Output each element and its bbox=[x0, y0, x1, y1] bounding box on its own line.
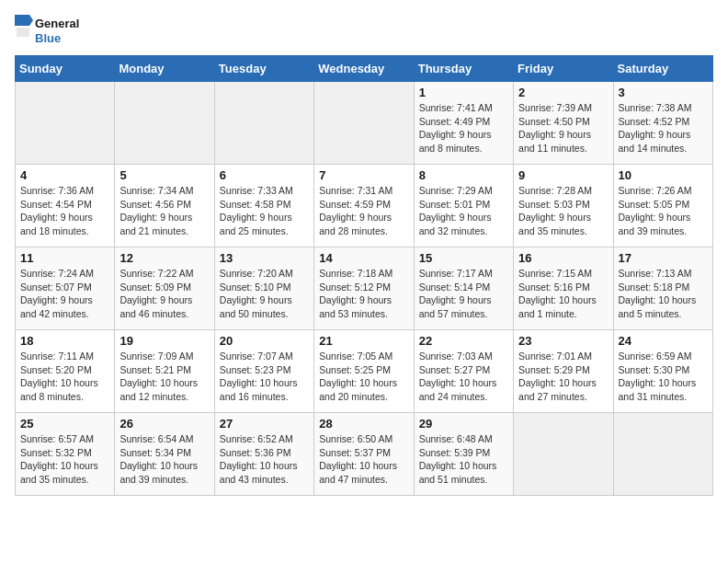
calendar-cell: 3Sunrise: 7:38 AM Sunset: 4:52 PM Daylig… bbox=[613, 82, 712, 165]
day-number: 2 bbox=[518, 86, 608, 99]
weekday-header-sunday: Sunday bbox=[16, 56, 115, 82]
calendar-cell bbox=[314, 82, 414, 165]
day-info: Sunrise: 6:59 AM Sunset: 5:30 PM Dayligh… bbox=[619, 350, 708, 404]
calendar-body: 1Sunrise: 7:41 AM Sunset: 4:49 PM Daylig… bbox=[16, 82, 713, 496]
day-number: 27 bbox=[220, 417, 309, 431]
day-number: 20 bbox=[220, 334, 309, 348]
day-info: Sunrise: 7:13 AM Sunset: 5:18 PM Dayligh… bbox=[619, 267, 708, 321]
calendar-cell: 12Sunrise: 7:22 AM Sunset: 5:09 PM Dayli… bbox=[115, 247, 214, 330]
day-info: Sunrise: 6:48 AM Sunset: 5:39 PM Dayligh… bbox=[419, 432, 508, 487]
weekday-header-monday: Monday bbox=[115, 56, 214, 82]
header: General Blue bbox=[15, 15, 713, 48]
calendar-week-1: 1Sunrise: 7:41 AM Sunset: 4:49 PM Daylig… bbox=[16, 82, 713, 165]
calendar-cell: 8Sunrise: 7:29 AM Sunset: 5:01 PM Daylig… bbox=[414, 165, 513, 247]
calendar-cell bbox=[613, 413, 712, 496]
day-number: 7 bbox=[319, 168, 408, 182]
day-info: Sunrise: 6:54 AM Sunset: 5:34 PM Dayligh… bbox=[119, 432, 209, 487]
logo-blue: Blue bbox=[35, 31, 79, 46]
day-info: Sunrise: 7:15 AM Sunset: 5:16 PM Dayligh… bbox=[518, 267, 608, 321]
day-number: 15 bbox=[419, 251, 508, 265]
day-info: Sunrise: 7:29 AM Sunset: 5:01 PM Dayligh… bbox=[419, 184, 508, 238]
logo-text: General Blue bbox=[35, 17, 79, 45]
calendar-cell: 29Sunrise: 6:48 AM Sunset: 5:39 PM Dayli… bbox=[414, 413, 513, 496]
calendar-cell: 14Sunrise: 7:18 AM Sunset: 5:12 PM Dayli… bbox=[314, 247, 414, 330]
calendar-cell: 10Sunrise: 7:26 AM Sunset: 5:05 PM Dayli… bbox=[613, 165, 712, 247]
calendar-week-5: 25Sunrise: 6:57 AM Sunset: 5:32 PM Dayli… bbox=[16, 413, 713, 496]
day-number: 16 bbox=[518, 251, 608, 265]
calendar-cell: 23Sunrise: 7:01 AM Sunset: 5:29 PM Dayli… bbox=[514, 330, 613, 413]
day-info: Sunrise: 7:22 AM Sunset: 5:09 PM Dayligh… bbox=[119, 267, 209, 321]
logo: General Blue bbox=[15, 15, 79, 48]
calendar-cell: 28Sunrise: 6:50 AM Sunset: 5:37 PM Dayli… bbox=[314, 413, 414, 496]
day-number: 17 bbox=[619, 251, 708, 265]
day-info: Sunrise: 7:07 AM Sunset: 5:23 PM Dayligh… bbox=[220, 350, 309, 404]
calendar-cell: 25Sunrise: 6:57 AM Sunset: 5:32 PM Dayli… bbox=[16, 413, 115, 496]
day-info: Sunrise: 7:17 AM Sunset: 5:14 PM Dayligh… bbox=[419, 267, 508, 321]
calendar-cell: 11Sunrise: 7:24 AM Sunset: 5:07 PM Dayli… bbox=[16, 247, 115, 330]
day-info: Sunrise: 7:26 AM Sunset: 5:05 PM Dayligh… bbox=[619, 184, 708, 238]
day-info: Sunrise: 7:33 AM Sunset: 4:58 PM Dayligh… bbox=[220, 184, 309, 238]
day-info: Sunrise: 7:38 AM Sunset: 4:52 PM Dayligh… bbox=[619, 101, 708, 155]
day-info: Sunrise: 7:05 AM Sunset: 5:25 PM Dayligh… bbox=[319, 350, 408, 404]
calendar-cell: 16Sunrise: 7:15 AM Sunset: 5:16 PM Dayli… bbox=[514, 247, 613, 330]
day-number: 6 bbox=[220, 168, 309, 182]
calendar-cell: 17Sunrise: 7:13 AM Sunset: 5:18 PM Dayli… bbox=[613, 247, 712, 330]
day-number: 21 bbox=[319, 334, 408, 348]
calendar-cell: 27Sunrise: 6:52 AM Sunset: 5:36 PM Dayli… bbox=[214, 413, 313, 496]
calendar-cell: 4Sunrise: 7:36 AM Sunset: 4:54 PM Daylig… bbox=[16, 165, 115, 247]
calendar-cell bbox=[16, 82, 115, 165]
day-info: Sunrise: 7:24 AM Sunset: 5:07 PM Dayligh… bbox=[20, 267, 109, 321]
calendar-cell: 13Sunrise: 7:20 AM Sunset: 5:10 PM Dayli… bbox=[214, 247, 313, 330]
svg-marker-1 bbox=[17, 28, 29, 37]
calendar-cell: 24Sunrise: 6:59 AM Sunset: 5:30 PM Dayli… bbox=[613, 330, 712, 413]
weekday-header-wednesday: Wednesday bbox=[314, 56, 414, 82]
day-info: Sunrise: 6:57 AM Sunset: 5:32 PM Dayligh… bbox=[20, 432, 109, 487]
day-info: Sunrise: 6:50 AM Sunset: 5:37 PM Dayligh… bbox=[319, 432, 408, 487]
day-info: Sunrise: 7:34 AM Sunset: 4:56 PM Dayligh… bbox=[119, 184, 209, 238]
logo-icon bbox=[15, 15, 33, 48]
weekday-header-friday: Friday bbox=[514, 56, 613, 82]
day-number: 22 bbox=[419, 334, 508, 348]
calendar-cell: 21Sunrise: 7:05 AM Sunset: 5:25 PM Dayli… bbox=[314, 330, 414, 413]
day-info: Sunrise: 7:41 AM Sunset: 4:49 PM Dayligh… bbox=[419, 101, 508, 155]
day-number: 11 bbox=[20, 251, 109, 265]
day-number: 10 bbox=[619, 168, 708, 182]
day-info: Sunrise: 7:20 AM Sunset: 5:10 PM Dayligh… bbox=[220, 267, 309, 321]
day-number: 23 bbox=[518, 334, 608, 348]
day-number: 5 bbox=[119, 168, 209, 182]
day-number: 4 bbox=[20, 168, 109, 182]
day-number: 25 bbox=[20, 417, 109, 431]
day-info: Sunrise: 7:01 AM Sunset: 5:29 PM Dayligh… bbox=[518, 350, 608, 404]
day-info: Sunrise: 7:09 AM Sunset: 5:21 PM Dayligh… bbox=[119, 350, 209, 404]
day-number: 13 bbox=[220, 251, 309, 265]
svg-marker-0 bbox=[15, 15, 33, 26]
day-number: 29 bbox=[419, 417, 508, 431]
calendar-cell: 7Sunrise: 7:31 AM Sunset: 4:59 PM Daylig… bbox=[314, 165, 414, 247]
day-number: 12 bbox=[119, 251, 209, 265]
calendar-header: SundayMondayTuesdayWednesdayThursdayFrid… bbox=[16, 56, 713, 82]
day-number: 9 bbox=[518, 168, 608, 182]
day-number: 26 bbox=[119, 417, 209, 431]
day-number: 1 bbox=[419, 86, 508, 99]
day-info: Sunrise: 7:11 AM Sunset: 5:20 PM Dayligh… bbox=[20, 350, 109, 404]
day-info: Sunrise: 7:28 AM Sunset: 5:03 PM Dayligh… bbox=[518, 184, 608, 238]
day-number: 28 bbox=[319, 417, 408, 431]
day-number: 19 bbox=[119, 334, 209, 348]
calendar-cell: 26Sunrise: 6:54 AM Sunset: 5:34 PM Dayli… bbox=[115, 413, 214, 496]
day-number: 8 bbox=[419, 168, 508, 182]
day-number: 3 bbox=[619, 86, 708, 99]
calendar-cell: 2Sunrise: 7:39 AM Sunset: 4:50 PM Daylig… bbox=[514, 82, 613, 165]
calendar-cell: 22Sunrise: 7:03 AM Sunset: 5:27 PM Dayli… bbox=[414, 330, 513, 413]
calendar-cell: 5Sunrise: 7:34 AM Sunset: 4:56 PM Daylig… bbox=[115, 165, 214, 247]
calendar-week-2: 4Sunrise: 7:36 AM Sunset: 4:54 PM Daylig… bbox=[16, 165, 713, 247]
weekday-header-saturday: Saturday bbox=[613, 56, 712, 82]
day-number: 14 bbox=[319, 251, 408, 265]
calendar-cell: 19Sunrise: 7:09 AM Sunset: 5:21 PM Dayli… bbox=[115, 330, 214, 413]
calendar-week-3: 11Sunrise: 7:24 AM Sunset: 5:07 PM Dayli… bbox=[16, 247, 713, 330]
calendar-cell: 9Sunrise: 7:28 AM Sunset: 5:03 PM Daylig… bbox=[514, 165, 613, 247]
calendar-cell: 20Sunrise: 7:07 AM Sunset: 5:23 PM Dayli… bbox=[214, 330, 313, 413]
calendar-cell: 18Sunrise: 7:11 AM Sunset: 5:20 PM Dayli… bbox=[16, 330, 115, 413]
day-number: 18 bbox=[20, 334, 109, 348]
weekday-header-tuesday: Tuesday bbox=[214, 56, 313, 82]
day-info: Sunrise: 6:52 AM Sunset: 5:36 PM Dayligh… bbox=[220, 432, 309, 487]
